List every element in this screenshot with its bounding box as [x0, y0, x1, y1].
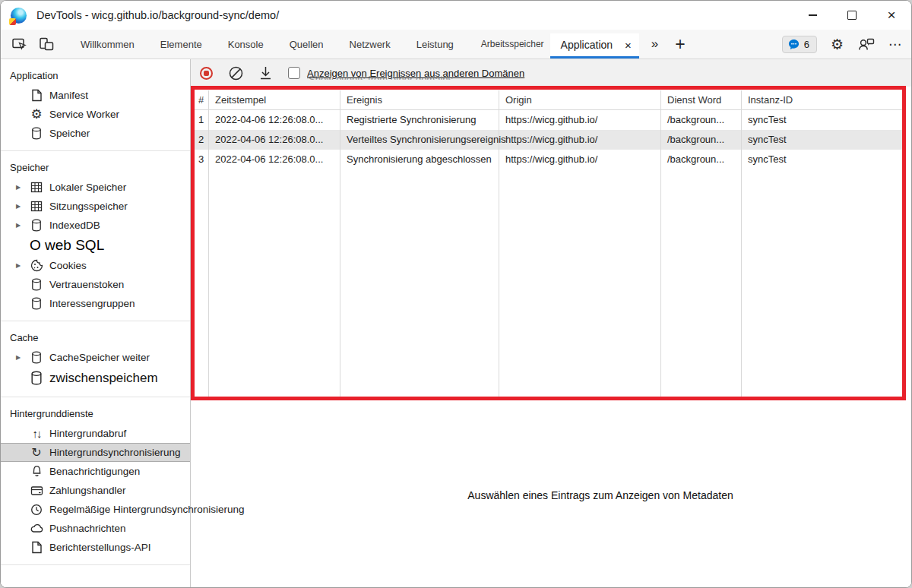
database-icon — [30, 297, 43, 311]
sync-toolbar: Anzeigen von Ereignissen aus anderen Dom… — [191, 59, 911, 87]
cell-ereignis: Synchronisierung abgeschlossen — [340, 150, 499, 169]
chevron-right-icon[interactable]: ▶ — [16, 203, 30, 210]
more-options-icon[interactable]: ⋯ — [888, 36, 902, 52]
close-button[interactable]: × — [872, 1, 911, 30]
show-other-domains-label[interactable]: Anzeigen von Ereignissen aus anderen Dom… — [307, 68, 524, 79]
tab-close-icon[interactable]: × — [625, 40, 632, 51]
tab-application[interactable]: Application × — [550, 33, 639, 58]
sidebar-item-indexeddb[interactable]: ▶ IndexedDB — [1, 216, 190, 235]
window-controls: × — [793, 1, 911, 30]
devtools-tab-bar: Willkommen Elemente Konsole Quellen Netz… — [1, 30, 911, 59]
document-icon — [30, 541, 43, 555]
window-title: DevTools - wicg.github.io/background-syn… — [36, 9, 279, 21]
sidebar-item-label: Hintergrundabruf — [49, 428, 126, 439]
tab-list: Willkommen Elemente Konsole Quellen Netz… — [55, 30, 686, 58]
column-header-ereignis[interactable]: Ereignis — [340, 90, 499, 109]
database-icon — [30, 371, 43, 385]
clock-icon — [30, 503, 43, 517]
more-tabs-icon[interactable]: » — [651, 36, 658, 52]
clear-icon[interactable] — [229, 66, 243, 81]
devtools-window: DevTools - wicg.github.io/background-syn… — [0, 0, 912, 588]
sidebar-item-label: Regelmäßige Hintergrundsynchronisierung — [49, 504, 245, 515]
sidebar-item-label: IndexedDB — [49, 220, 100, 231]
record-icon[interactable] — [200, 67, 213, 80]
column-header-zeitstempel[interactable]: Zeitstempel — [209, 90, 340, 109]
section-hintergrunddienste: Hintergrunddienste ↑↓ Hintergrundabruf ↻… — [1, 397, 190, 564]
chat-bubble-icon — [788, 39, 800, 50]
cell-origin: https://wicg.github.io/ — [499, 150, 661, 169]
cookie-icon — [30, 259, 43, 273]
column-header-number[interactable]: # — [195, 90, 209, 109]
sidebar-item-benachrichtigungen[interactable]: Benachrichtigungen — [1, 462, 190, 481]
table-row[interactable]: 3 2022-04-06 12:26:08.0... Synchronisier… — [195, 150, 902, 169]
chevron-right-icon[interactable]: ▶ — [16, 354, 30, 361]
tab-quellen[interactable]: Quellen — [290, 39, 324, 50]
sync-icon: ↻ — [30, 446, 43, 460]
chevron-right-icon[interactable]: ▶ — [16, 262, 30, 269]
section-header-speicher: Speicher — [1, 158, 190, 178]
sidebar-item-interessengruppen[interactable]: Interessengruppen — [1, 294, 190, 313]
cell-number: 1 — [195, 110, 209, 130]
column-header-origin[interactable]: Origin — [499, 90, 661, 109]
show-other-domains-checkbox[interactable] — [288, 67, 300, 79]
sidebar-item-label: Interessengruppen — [49, 298, 135, 309]
sidebar-item-vertrauenstoken[interactable]: Vertrauenstoken — [1, 275, 190, 294]
feedback-icon[interactable] — [857, 36, 875, 52]
chevron-right-icon[interactable]: ▶ — [16, 222, 30, 229]
database-icon — [30, 219, 43, 232]
sidebar-item-pushnachrichten[interactable]: Pushnachrichten — [1, 519, 190, 538]
tab-netzwerk[interactable]: Netzwerk — [350, 39, 391, 50]
chevron-right-icon[interactable]: ▶ — [16, 184, 30, 191]
section-header-cache: Cache — [1, 328, 190, 348]
sidebar-item-service-worker[interactable]: ⚙ Service Worker — [1, 105, 190, 124]
sidebar-item-label: Sitzungsspeicher — [49, 201, 128, 212]
add-tab-icon[interactable]: + — [675, 34, 685, 55]
sidebar-item-berichterstellungs-api[interactable]: Berichterstellungs-API — [1, 538, 190, 557]
sidebar-item-web-sql[interactable]: O web SQL — [1, 235, 190, 256]
sidebar-item-zwischenspeichern[interactable]: zwischenspeichem — [1, 367, 190, 389]
sidebar-item-label: Vertrauenstoken — [49, 279, 124, 290]
chat-badge[interactable]: 6 — [782, 36, 817, 53]
cloud-icon — [30, 522, 43, 536]
title-bar: DevTools - wicg.github.io/background-syn… — [1, 1, 911, 30]
sidebar-item-label: Berichterstellungs-API — [49, 542, 151, 553]
tab-konsole[interactable]: Konsole — [228, 39, 264, 50]
database-icon — [30, 278, 43, 292]
sidebar-item-zahlungshandler[interactable]: Zahlungshandler — [1, 481, 190, 500]
sidebar-item-hintergrundabruf[interactable]: ↑↓ Hintergrundabruf — [1, 424, 190, 443]
tab-elemente[interactable]: Elemente — [160, 39, 202, 50]
table-icon — [30, 200, 43, 213]
metadata-pane: Auswählen eines Eintrags zum Anzeigen vo… — [191, 401, 911, 588]
tab-leistung[interactable]: Leistung — [416, 39, 454, 50]
cell-ereignis: Verteiltes Synchronisierungsereignis — [340, 130, 499, 150]
sidebar-item-label: Benachrichtigungen — [49, 466, 140, 477]
download-icon[interactable] — [259, 66, 272, 81]
tab-willkommen[interactable]: Willkommen — [81, 39, 135, 50]
cell-number: 2 — [195, 130, 209, 150]
sidebar-item-manifest[interactable]: Manifest — [1, 86, 190, 105]
sidebar-item-cachespeicher[interactable]: ▶ CacheSpeicher weiter — [1, 348, 190, 367]
tabbar-right-actions: 6 ⚙ ⋯ — [782, 36, 902, 53]
maximize-button[interactable] — [832, 1, 872, 30]
sidebar-item-lokaler-speicher[interactable]: ▶ Lokaler Speicher — [1, 178, 190, 197]
card-icon — [30, 484, 43, 498]
table-row[interactable]: 1 2022-04-06 12:26:08.0... Registrierte … — [195, 110, 902, 130]
sidebar-item-cookies[interactable]: ▶ Cookies — [1, 256, 190, 275]
column-header-dienst-word[interactable]: Dienst Word — [661, 90, 742, 109]
cell-zeitstempel: 2022-04-06 12:26:08.0... — [209, 150, 340, 169]
inspect-element-icon[interactable] — [11, 36, 27, 52]
device-emulation-icon[interactable] — [38, 36, 55, 52]
sidebar-item-speicher[interactable]: Speicher — [1, 124, 190, 143]
sidebar-item-label: CacheSpeicher weiter — [49, 352, 150, 363]
table-row[interactable]: 2 2022-04-06 12:26:08.0... Verteiltes Sy… — [195, 130, 902, 150]
minimize-button[interactable] — [793, 1, 832, 30]
sidebar-item-regelmaessige-sync[interactable]: Regelmäßige Hintergrundsynchronisierung — [1, 500, 190, 519]
settings-gear-icon[interactable]: ⚙ — [831, 36, 844, 53]
table-header-row: # Zeitstempel Ereignis Origin Dienst Wor… — [195, 90, 902, 110]
tab-arbeitsspeicher[interactable]: Arbeitsspeicher — [481, 39, 544, 49]
column-header-instanz-id[interactable]: Instanz-ID — [742, 90, 902, 109]
section-cache: Cache ▶ CacheSpeicher weiter zwischenspe… — [1, 321, 190, 397]
sidebar-item-sitzungsspeicher[interactable]: ▶ Sitzungsspeicher — [1, 197, 190, 216]
show-other-domains-control: Anzeigen von Ereignissen aus anderen Dom… — [288, 66, 524, 80]
sidebar-item-hintergrundsynchronisierung[interactable]: ↻ Hintergrundsynchronisierung — [1, 443, 190, 462]
